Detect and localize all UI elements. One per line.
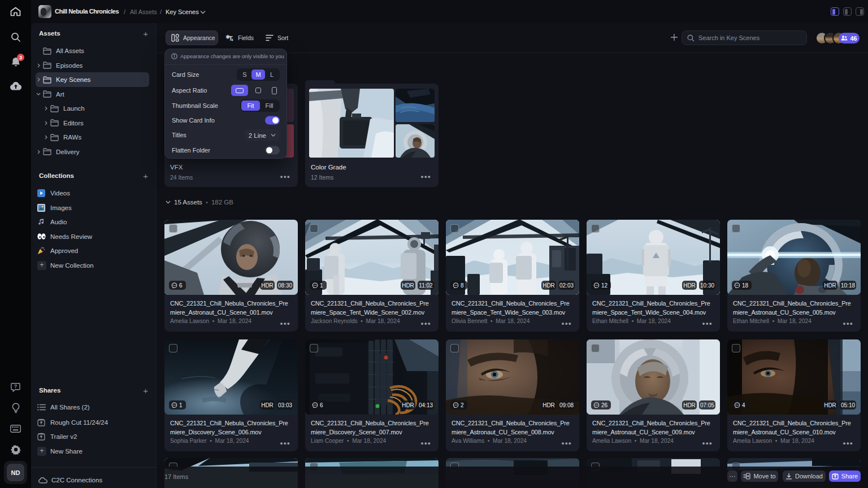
svg-text:?: ? [14,384,18,389]
